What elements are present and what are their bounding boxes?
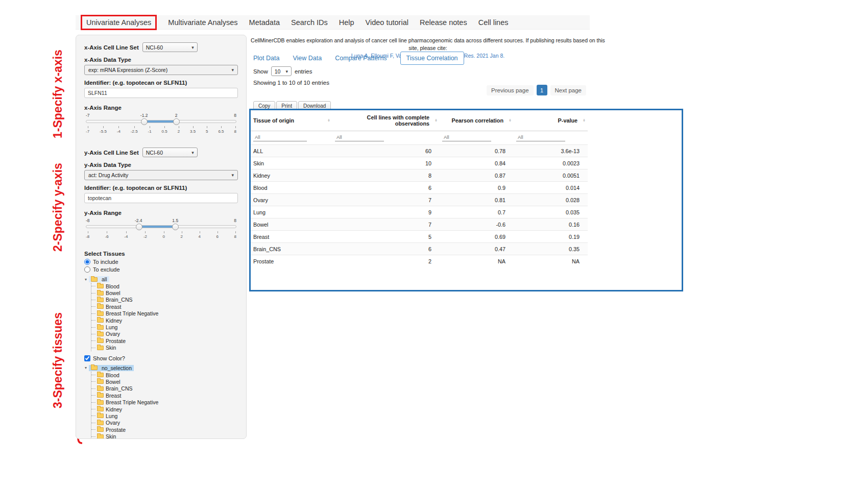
y-identifier-input[interactable]	[84, 193, 238, 203]
tree-item[interactable]: Blood	[91, 372, 238, 378]
cell-count: 8	[332, 169, 440, 182]
radio-to-include[interactable]	[84, 259, 90, 265]
cell-pearson: NA	[440, 255, 514, 267]
tree-item[interactable]: Skin	[91, 433, 238, 439]
y-range-max-label: 8	[234, 218, 236, 223]
x-range-low-handle[interactable]	[141, 118, 148, 125]
nav-search-ids[interactable]: Search IDs	[291, 18, 328, 27]
top-navbar: Univariate Analyses Multivariate Analyse…	[76, 15, 590, 30]
table-row[interactable]: Skin100.840.0023	[251, 157, 588, 169]
table-row[interactable]: Lung90.70.035	[251, 206, 588, 218]
tree-item[interactable]: Ovary	[91, 331, 238, 337]
x-identifier-input[interactable]	[84, 88, 238, 98]
tab-tissue-correlation[interactable]: Tissue Correlation	[400, 52, 464, 65]
tree-item-label: Breast Triple Negative	[106, 310, 158, 316]
entries-suffix: entries	[295, 68, 312, 75]
x-data-type-select[interactable]: exp: mRNA Expression (Z-Score) ▾	[84, 65, 238, 75]
show-color-checkbox[interactable]	[84, 355, 90, 361]
tree-item[interactable]: Skin	[91, 345, 238, 351]
y-cell-line-set-select[interactable]: NCI-60 ▾	[142, 148, 198, 157]
tree-item[interactable]: Breast Triple Negative	[91, 310, 238, 317]
filter-pvalue-input[interactable]	[516, 133, 565, 141]
nav-metadata[interactable]: Metadata	[249, 18, 280, 27]
x-range-slider[interactable]: -7 -1.2 2 8 -7 -5.5 -4 -2.5 -1 0.5 2 3.5…	[86, 113, 236, 136]
entries-select[interactable]: 10 ▾	[271, 66, 292, 76]
tree-item[interactable]: Breast	[91, 303, 238, 310]
tree-item-label: Lung	[106, 413, 117, 419]
chevron-down-icon: ▾	[231, 67, 234, 72]
table-row[interactable]: Breast50.690.19	[251, 231, 588, 243]
x-cell-line-set-value: NCI-60	[146, 44, 163, 51]
cell-pearson: 0.78	[440, 145, 514, 157]
y-range-high-handle[interactable]	[172, 224, 179, 230]
tree-item[interactable]: Lung	[91, 324, 238, 330]
show-color-checkbox-row[interactable]: Show Color?	[84, 355, 238, 361]
tree-item[interactable]: Prostate	[91, 337, 238, 344]
folder-icon	[97, 291, 104, 296]
citation-text: CellMinerCDB enables exploration and ana…	[249, 37, 607, 52]
table-row[interactable]: ALL600.783.6e-13	[251, 145, 588, 157]
tree-item[interactable]: Blood	[91, 283, 238, 289]
next-page-button[interactable]: Next page	[550, 85, 586, 95]
nav-multivariate-analyses[interactable]: Multivariate Analyses	[168, 18, 237, 27]
cell-tissue: Skin	[251, 157, 332, 169]
table-row[interactable]: Brain_CNS60.470.35	[251, 243, 588, 255]
filter-pearson-input[interactable]	[442, 133, 491, 141]
select-tissues-label: Select Tissues	[84, 251, 238, 257]
nav-cell-lines[interactable]: Cell lines	[478, 18, 509, 27]
col-header-pvalue[interactable]: P-value ▲▼	[514, 110, 588, 131]
tab-plot-data[interactable]: Plot Data	[253, 55, 279, 62]
nav-help[interactable]: Help	[339, 18, 354, 27]
tissue-exclude-radio[interactable]: To exclude	[84, 266, 238, 273]
tree-item[interactable]: Brain_CNS	[91, 385, 238, 392]
radio-to-exclude[interactable]	[84, 266, 90, 273]
tree-item[interactable]: Brain_CNS	[91, 297, 238, 303]
y-range-slider[interactable]: -8 -2.4 1.5 8 -8 -6 -4 -2 0 2 4 6 8	[86, 218, 236, 241]
table-row[interactable]: Kidney80.870.0051	[251, 169, 588, 182]
nav-release-notes[interactable]: Release notes	[420, 18, 467, 27]
tree-item-label: Breast	[106, 393, 121, 399]
tissue-include-radio[interactable]: To include	[84, 259, 238, 265]
tree-item[interactable]: Breast	[91, 392, 238, 399]
include-tree-root-all[interactable]: ▾ all	[84, 276, 112, 283]
previous-page-button[interactable]: Previous page	[487, 85, 534, 95]
y-cell-line-set-label: y-Axis Cell Line Set	[84, 150, 139, 156]
tab-view-data[interactable]: View Data	[293, 55, 322, 62]
col-header-cell-lines[interactable]: Cell lines with complete observations ▲▼	[332, 110, 440, 131]
tree-item[interactable]: Kidney	[91, 317, 238, 324]
tree-item[interactable]: Bowel	[91, 289, 238, 296]
tick-label: 2	[178, 126, 180, 134]
tree-item[interactable]: Kidney	[91, 406, 238, 412]
y-range-low-handle[interactable]	[136, 224, 142, 230]
folder-icon	[97, 284, 104, 288]
col-header-pearson[interactable]: Pearson correlation ▲▼	[440, 110, 514, 131]
filter-tissue-input[interactable]	[253, 133, 307, 141]
chevron-down-icon: ▾	[285, 69, 288, 74]
tree-item[interactable]: Ovary	[91, 420, 238, 426]
tab-compare-patterns[interactable]: Compare Patterns	[335, 55, 387, 62]
tree-item[interactable]: Prostate	[91, 426, 238, 433]
y-range-high-label: 1.5	[172, 218, 178, 223]
x-range-high-handle[interactable]	[173, 118, 180, 125]
cell-pearson: 0.87	[440, 169, 514, 182]
col-header-tissue[interactable]: Tissue of origin ▲▼	[251, 110, 332, 131]
table-row[interactable]: Bowel7-0.60.16	[251, 218, 588, 231]
tree-item[interactable]: Breast Triple Negative	[91, 399, 238, 405]
table-row[interactable]: Blood60.90.014	[251, 182, 588, 194]
tick-label: 8	[234, 126, 236, 134]
y-data-type-select[interactable]: act: Drug Activity ▾	[84, 170, 238, 180]
nav-video-tutorial[interactable]: Video tutorial	[366, 18, 408, 27]
tree-item[interactable]: Bowel	[91, 378, 238, 385]
page-number-button[interactable]: 1	[537, 85, 547, 95]
table-row[interactable]: Ovary70.810.028	[251, 194, 588, 206]
table-row[interactable]: Prostate2NANA	[251, 255, 588, 267]
cell-pvalue: 0.0023	[514, 157, 588, 169]
cell-tissue: ALL	[251, 145, 332, 157]
tree-item-label: Brain_CNS	[106, 385, 133, 392]
color-tree-root-no-selection[interactable]: ▾ no_selection	[84, 364, 136, 372]
x-cell-line-set-select[interactable]: NCI-60 ▾	[142, 42, 198, 52]
tree-item[interactable]: Lung	[91, 412, 238, 419]
nav-univariate-analyses[interactable]: Univariate Analyses	[81, 15, 157, 30]
filter-cell-lines-input[interactable]	[335, 133, 384, 141]
col-header-label: Tissue of origin	[253, 117, 294, 124]
